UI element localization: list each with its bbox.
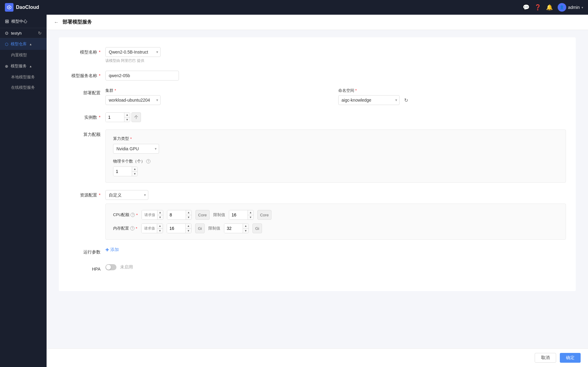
cpu-request-value-group: ▲ ▼: [167, 210, 192, 220]
page-title: 部署模型服务: [63, 19, 92, 25]
back-button[interactable]: ←: [54, 20, 59, 25]
memory-limit-spin-up[interactable]: ▲: [243, 224, 248, 229]
sidebar-item-model-service[interactable]: ⊕ 模型服务 ▲: [0, 60, 47, 72]
sidebar-item-label-builtin: 内置模型: [11, 53, 27, 57]
compute-type-select[interactable]: Nvidia GPU CPU AMD GPU: [113, 144, 159, 154]
cpu-limit-group: ▲ ▼: [229, 210, 254, 220]
physical-cards-sublabel: 物理卡个数（个） ?: [113, 159, 558, 164]
cpu-request-val-spin-down[interactable]: ▼: [186, 215, 192, 220]
sidebar-user-label: testyh: [11, 31, 36, 36]
cpu-request-value[interactable]: [167, 210, 186, 219]
memory-limit-spin-down[interactable]: ▼: [243, 229, 248, 233]
cluster-select[interactable]: workload-ubuntu2204: [105, 95, 161, 105]
help-icon[interactable]: ❓: [534, 4, 541, 11]
chat-icon[interactable]: 💬: [523, 4, 529, 11]
memory-request-placeholder[interactable]: [142, 224, 157, 233]
hpa-content: 未启用: [105, 264, 566, 270]
sidebar-item-builtin-model[interactable]: 内置模型: [0, 50, 47, 60]
add-param-button[interactable]: ✚ 添加: [105, 247, 566, 253]
cpu-request-spin-down[interactable]: ▼: [157, 215, 163, 220]
avatar: 👤: [558, 3, 566, 12]
cpu-limit-unit: Core: [257, 210, 271, 220]
instance-content: ▲ ▼ 个: [105, 112, 566, 122]
sidebar-user-row: ⊙ testyh ↻: [0, 28, 47, 38]
user-workspace-icon: ⊙: [5, 31, 9, 36]
deploy-config-label: 部署配置: [69, 88, 105, 98]
instance-spin-down[interactable]: ▼: [124, 118, 130, 122]
compute-type-select-wrapper: Nvidia GPU CPU AMD GPU: [113, 144, 159, 154]
topbar: DaoCloud 💬 ❓ 🔔 👤 admin ▾: [0, 0, 588, 15]
physical-cards-help-icon[interactable]: ?: [146, 159, 150, 163]
compute-label: 算力配额: [69, 129, 105, 139]
namespace-col: 命名空间 * aigc-knowledge ↻: [338, 88, 566, 105]
user-menu[interactable]: 👤 admin ▾: [558, 3, 583, 12]
service-name-label: 模型服务名称 *: [69, 71, 105, 81]
sidebar-section-header: ⊞ 模型中心: [0, 15, 47, 28]
memory-request-val-spin-up[interactable]: ▲: [186, 224, 191, 229]
instance-input-group: ▲ ▼: [105, 112, 130, 122]
memory-limit-input[interactable]: [224, 224, 243, 233]
cpu-help-icon[interactable]: ?: [131, 213, 135, 217]
topbar-actions: 💬 ❓ 🔔 👤 admin ▾: [523, 3, 583, 12]
cpu-request-val-spinners: ▲ ▼: [186, 210, 192, 219]
plus-icon: ✚: [105, 247, 109, 252]
memory-request-value[interactable]: [167, 224, 185, 233]
sidebar-refresh-icon[interactable]: ↻: [38, 31, 42, 36]
cancel-button[interactable]: 取消: [535, 353, 556, 363]
cluster-select-wrapper: workload-ubuntu2204: [105, 95, 161, 105]
instance-input[interactable]: [106, 113, 124, 122]
namespace-refresh-button[interactable]: ↻: [402, 96, 411, 104]
form-row-model-name: 模型名称 * Qwen2-0.5B-Instruct 该模型由 阿里巴巴 提供: [69, 47, 566, 63]
memory-label: 内存配置 ? *: [113, 226, 138, 231]
memory-request-val-spinners: ▲ ▼: [185, 224, 191, 233]
model-center-icon: ⊞: [5, 18, 9, 24]
deploy-config-grid: 集群 * workload-ubuntu2204: [105, 88, 566, 105]
memory-request-val-spin-down[interactable]: ▼: [186, 229, 191, 233]
cpu-limit-spin-down[interactable]: ▼: [248, 215, 253, 220]
sidebar-item-local-service[interactable]: 本地模型服务: [0, 72, 47, 82]
bell-icon[interactable]: 🔔: [546, 4, 553, 11]
collapse-icon-warehouse: ▲: [29, 43, 32, 46]
cpu-request-val-spin-up[interactable]: ▲: [186, 210, 192, 215]
confirm-button[interactable]: 确定: [560, 353, 581, 363]
instance-spin-up[interactable]: ▲: [124, 113, 130, 118]
service-name-input[interactable]: qwen2-05b: [105, 71, 179, 81]
sidebar-item-label-online: 在线模型服务: [11, 85, 35, 90]
hpa-label: HPA: [69, 264, 105, 274]
cpu-row: CPU配额 ? * ▲ ▼: [113, 210, 558, 220]
cpu-request-group: ▲ ▼: [142, 210, 163, 220]
hpa-toggle[interactable]: [105, 264, 116, 270]
model-name-select-wrapper: Qwen2-0.5B-Instruct: [105, 47, 161, 57]
model-name-content: Qwen2-0.5B-Instruct 该模型由 阿里巴巴 提供: [105, 47, 566, 63]
sidebar-item-label-warehouse: 模型仓库: [11, 41, 27, 47]
warehouse-icon: ⬡: [5, 42, 8, 47]
cpu-limit-input[interactable]: [229, 210, 248, 219]
physical-cards-spin-up[interactable]: ▲: [132, 167, 138, 172]
collapse-icon-service: ▲: [29, 65, 32, 68]
resource-config-content: 自定义 预设 CPU配额 ? *: [105, 190, 566, 240]
form-row-service-name: 模型服务名称 * qwen2-05b: [69, 71, 566, 81]
compute-box: 算力类型 * Nvidia GPU CPU AMD GPU: [105, 129, 566, 183]
sidebar-item-online-service[interactable]: 在线模型服务: [0, 82, 47, 93]
cpu-request-spin-up[interactable]: ▲: [157, 210, 163, 215]
memory-request-spin-up[interactable]: ▲: [157, 224, 163, 229]
run-params-label: 运行参数: [69, 247, 105, 257]
form-row-resource: 资源配置 * 自定义 预设: [69, 190, 566, 240]
resource-box: CPU配额 ? * ▲ ▼: [105, 204, 566, 240]
logo: DaoCloud: [5, 3, 39, 12]
sidebar-item-label-service: 模型服务: [11, 63, 27, 69]
memory-request-spin-down[interactable]: ▼: [157, 229, 163, 233]
sidebar-item-model-warehouse[interactable]: ⬡ 模型仓库 ▲: [0, 38, 47, 50]
physical-cards-input[interactable]: [113, 167, 132, 176]
cpu-label: CPU配额 ? *: [113, 212, 138, 218]
memory-help-icon[interactable]: ?: [130, 226, 135, 230]
resource-type-select[interactable]: 自定义 预设: [105, 190, 148, 200]
cpu-request-placeholder[interactable]: [142, 210, 157, 219]
cpu-limit-spin-up[interactable]: ▲: [248, 210, 253, 215]
model-name-select[interactable]: Qwen2-0.5B-Instruct: [105, 47, 161, 57]
hpa-row: 未启用: [105, 264, 566, 270]
memory-request-group: ▲ ▼: [141, 223, 163, 233]
physical-cards-spin-down[interactable]: ▼: [132, 172, 138, 176]
cpu-limit-label: 限制值: [213, 212, 225, 218]
namespace-select[interactable]: aigc-knowledge: [338, 95, 400, 105]
